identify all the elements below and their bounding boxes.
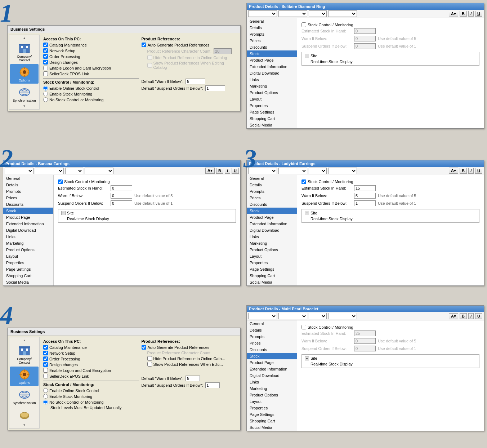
ladybird-toolbar-u[interactable]: U (475, 168, 482, 174)
nav-options-l[interactable]: Product Options (247, 247, 297, 253)
cb-hide-ref-input[interactable] (147, 55, 152, 60)
suspend-input-l[interactable] (354, 200, 376, 206)
stock-control-check-b[interactable] (58, 179, 63, 184)
nav-stock-mp[interactable]: Stock (247, 353, 297, 359)
banana-combo-4[interactable] (85, 168, 113, 174)
nav-pagesettings-s[interactable]: Page Settings (247, 109, 297, 115)
suspend-input-2[interactable] (205, 382, 220, 388)
cb-auto-gen-input[interactable] (142, 43, 146, 47)
char-count-input[interactable] (214, 48, 232, 54)
nav-marketing-b[interactable]: Marketing (3, 240, 53, 247)
nav-general-mp[interactable]: General (247, 320, 297, 327)
nav-properties-mp[interactable]: Properties (247, 405, 297, 411)
nav-extended-b[interactable]: Extended Information (3, 221, 53, 227)
nav-extended-s[interactable]: Extended Information (247, 63, 297, 70)
nav-productpage-l[interactable]: Product Page (247, 214, 297, 221)
cb2-design-input[interactable] (43, 362, 48, 367)
nav-social-b[interactable]: Social Media (3, 279, 53, 285)
nav-layout-mp[interactable]: Layout (247, 398, 297, 405)
nav-digital-mp[interactable]: Digital Download (247, 372, 297, 379)
nav-stock-l[interactable]: Stock (247, 208, 297, 214)
mp-toolbar-u[interactable]: U (475, 313, 482, 319)
nav-options-b[interactable]: Product Options (3, 247, 53, 253)
nav-links-l[interactable]: Links (247, 234, 297, 240)
nav-cart-b[interactable]: Shopping Cart (3, 272, 53, 279)
mp-combo-3[interactable] (309, 313, 327, 319)
nav-discounts-mp[interactable]: Discounts (247, 346, 297, 353)
nav-prompts-s[interactable]: Prompts (247, 31, 297, 37)
cb2-epos-input[interactable] (43, 374, 48, 378)
stock-control-check-s[interactable] (301, 22, 306, 27)
sidebar2-scroll-down[interactable]: ▼ (23, 423, 26, 427)
cb2-order-input[interactable] (43, 356, 48, 361)
nav-cart-l[interactable]: Shopping Cart (247, 272, 297, 279)
sidebar-item-sync[interactable]: Synchronisation (10, 84, 39, 104)
ladybird-toolbar-i[interactable]: I (468, 168, 474, 174)
sidebar2-item-company[interactable]: Company/Contact (10, 343, 39, 366)
stock-control-check-mp[interactable] (301, 325, 306, 329)
nav-general-s[interactable]: General (247, 18, 297, 25)
warn-input-l[interactable] (354, 193, 376, 199)
nav-properties-l[interactable]: Properties (247, 260, 297, 266)
toolbar-combo-3[interactable] (309, 10, 327, 17)
sidebar-item-company[interactable]: Company/Contact (10, 40, 39, 63)
nav-stock-b[interactable]: Stock (3, 208, 53, 214)
cb-design-input[interactable] (43, 60, 48, 65)
sidebar2-item-sync[interactable]: Synchronisation (10, 387, 39, 406)
nav-productpage-b[interactable]: Product Page (3, 214, 53, 221)
nav-social-s[interactable]: Social Media (247, 122, 297, 128)
ladybird-combo-4[interactable] (328, 168, 357, 174)
nav-pagesettings-l[interactable]: Page Settings (247, 266, 297, 272)
nav-stock-s[interactable]: Stock (247, 50, 297, 57)
nav-prices-s[interactable]: Prices (247, 37, 297, 44)
toolbar-a-btn[interactable]: A▾ (449, 11, 458, 17)
nav-digital-s[interactable]: Digital Download (247, 70, 297, 76)
nav-layout-l[interactable]: Layout (247, 253, 297, 260)
nav-links-s[interactable]: Links (247, 76, 297, 83)
sidebar-scroll-down[interactable]: ▼ (23, 105, 26, 108)
sidebar2-scroll-up[interactable]: ▲ (23, 339, 26, 342)
nav-prices-b[interactable]: Prices (3, 195, 53, 201)
nav-cart-s[interactable]: Shopping Cart (247, 115, 297, 122)
nav-pagesettings-mp[interactable]: Page Settings (247, 411, 297, 418)
mp-toolbar-i[interactable]: I (468, 313, 474, 319)
nav-details-s[interactable]: Details (247, 25, 297, 31)
nav-productpage-s[interactable]: Product Page (247, 57, 297, 63)
cb-logon-input[interactable] (43, 66, 48, 70)
banana-toolbar-b[interactable]: B (216, 168, 223, 174)
nav-links-mp[interactable]: Links (247, 379, 297, 385)
nav-discounts-b[interactable]: Discounts (3, 201, 53, 208)
nav-prices-mp[interactable]: Prices (247, 340, 297, 346)
ladybird-toolbar-a[interactable]: A▾ (449, 168, 458, 174)
nav-prompts-mp[interactable]: Prompts (247, 333, 297, 340)
nav-productpage-mp[interactable]: Product Page (247, 359, 297, 366)
suspend-input-mp[interactable] (354, 346, 376, 351)
estimated-stock-input-l[interactable] (354, 185, 376, 191)
nav-details-l[interactable]: Details (247, 182, 297, 188)
cb-epos-input[interactable] (43, 71, 48, 76)
sidebar2-item-options[interactable]: Options (10, 367, 39, 386)
estimated-stock-input-s[interactable] (354, 28, 376, 34)
sidebar-scroll-up[interactable]: ▲ (23, 36, 26, 40)
radio-monitoring-input-1[interactable] (43, 92, 48, 96)
banana-toolbar-i[interactable]: I (225, 168, 230, 174)
toolbar-combo-4[interactable] (328, 10, 357, 17)
nav-details-b[interactable]: Details (3, 182, 53, 188)
mp-toolbar-b[interactable]: B (460, 313, 467, 319)
nav-discounts-l[interactable]: Discounts (247, 201, 297, 208)
toolbar-u-btn[interactable]: U (475, 11, 482, 17)
suspend-input-s[interactable] (354, 43, 376, 49)
nav-details-mp[interactable]: Details (247, 327, 297, 333)
nav-layout-s[interactable]: Layout (247, 96, 297, 102)
nav-marketing-mp[interactable]: Marketing (247, 385, 297, 392)
suspend-input-b[interactable] (111, 200, 132, 206)
ladybird-combo-2[interactable] (278, 168, 307, 174)
nav-general-l[interactable]: General (247, 175, 297, 182)
cb2-show-ref-input[interactable] (147, 362, 152, 367)
nav-prompts-l[interactable]: Prompts (247, 188, 297, 195)
site-collapse-l[interactable]: − (305, 211, 309, 215)
banana-combo-3[interactable] (65, 168, 83, 174)
warn-below-input-2[interactable] (186, 376, 200, 381)
sidebar2-extra-item[interactable] (10, 407, 39, 423)
toolbar-i-btn[interactable]: I (468, 11, 474, 17)
